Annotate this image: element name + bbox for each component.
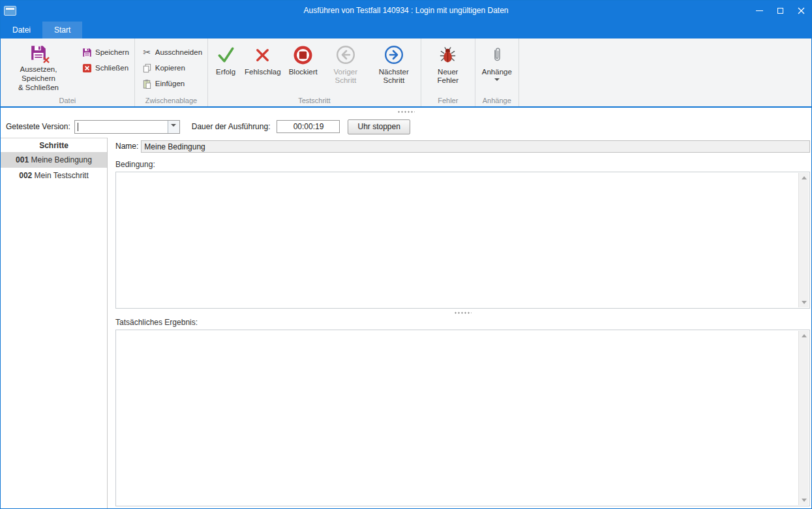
einfuegen-label: Einfügen — [155, 80, 185, 87]
kopieren-label: Kopieren — [155, 64, 185, 72]
group-label-zwischenablage: Zwischenablage — [138, 96, 205, 106]
voriger-schritt-button[interactable]: Voriger Schritt — [322, 40, 370, 85]
duration-label: Dauer der Ausführung: — [192, 122, 271, 131]
fehlschlag-button[interactable]: Fehlschlag — [241, 40, 285, 76]
step-label: Meine Bedingung — [31, 155, 91, 164]
tab-datei[interactable]: Datei — [1, 22, 42, 39]
blockiert-button[interactable]: Blockiert — [285, 40, 322, 76]
suspend-save-close-button[interactable]: Aussetzen, Speichern & Schließen — [3, 40, 74, 92]
stop-icon — [293, 43, 313, 67]
voriger-schritt-label: Voriger Schritt — [325, 68, 366, 85]
scroll-down-icon[interactable] — [802, 301, 807, 307]
ribbon-group-anhaenge: Anhänge Anhänge — [475, 39, 519, 106]
ribbon-group-datei: Aussetzen, Speichern & Schließen — [1, 39, 135, 106]
name-field[interactable]: Meine Bedingung — [141, 140, 810, 153]
content-area: Schritte 001 Meine Bedingung 002 Mein Te… — [1, 138, 811, 508]
ausschneiden-button[interactable]: ✂ Ausschneiden — [139, 44, 205, 60]
group-label-testschritt: Testschritt — [211, 96, 418, 106]
ribbon-group-zwischenablage: ✂ Ausschneiden Kopieren — [135, 39, 208, 106]
step-detail-panel: Name: Meine Bedingung Bedingung: Tatsäch… — [108, 138, 811, 508]
close-icon — [798, 7, 805, 14]
group-label-fehler: Fehler — [424, 96, 472, 106]
version-combobox[interactable] — [74, 120, 180, 134]
bug-icon — [439, 43, 457, 67]
schliessen-button[interactable]: Schließen — [79, 60, 132, 76]
stop-clock-button[interactable]: Uhr stoppen — [348, 119, 410, 134]
chevron-down-icon — [171, 124, 176, 129]
scissors-icon: ✂ — [142, 48, 153, 57]
speichern-button[interactable]: Speichern — [79, 44, 132, 60]
ribbon-group-fehler: Neuer Fehler Fehler — [421, 39, 475, 106]
execution-toolbar: Getestete Version: Dauer der Ausführung:… — [1, 116, 811, 138]
prev-arrow-icon — [336, 43, 355, 67]
maximize-icon — [777, 8, 783, 14]
kopieren-button[interactable]: Kopieren — [139, 60, 205, 76]
close-box-icon — [82, 63, 93, 73]
duration-input[interactable] — [277, 120, 340, 133]
ergebnis-scrollbar[interactable] — [798, 331, 809, 505]
red-x-badge-icon — [42, 56, 50, 64]
group-label-anhaenge: Anhänge — [478, 96, 516, 106]
ribbon-tab-bar: Datei Start — [1, 20, 811, 39]
speichern-label: Speichern — [95, 48, 129, 56]
app-icon[interactable] — [4, 6, 16, 16]
paperclip-icon — [491, 43, 503, 67]
minimize-icon — [756, 10, 763, 11]
neuer-fehler-label: Neuer Fehler — [428, 68, 468, 85]
steps-sidebar: Schritte 001 Meine Bedingung 002 Mein Te… — [1, 138, 108, 508]
chevron-down-icon — [494, 78, 500, 84]
next-arrow-icon — [384, 43, 404, 67]
neuer-fehler-button[interactable]: Neuer Fehler — [424, 40, 472, 85]
fehlschlag-label: Fehlschlag — [245, 68, 281, 76]
ribbon-collapse-handle[interactable] — [1, 108, 811, 116]
step-item-001[interactable]: 001 Meine Bedingung — [1, 152, 107, 168]
version-label: Getestete Version: — [6, 122, 70, 131]
tab-start[interactable]: Start — [42, 22, 82, 39]
drag-dots-icon — [397, 111, 415, 113]
check-icon — [216, 43, 235, 67]
schliessen-label: Schließen — [95, 64, 128, 72]
save-close-icon — [30, 43, 47, 63]
panel-splitter[interactable] — [115, 309, 810, 316]
ergebnis-textarea[interactable] — [115, 330, 810, 506]
app-window: Ausführen von Testfall 140934 : Login mi… — [0, 0, 812, 509]
name-label: Name: — [115, 142, 138, 151]
step-item-002[interactable]: 002 Mein Testschritt — [1, 168, 107, 183]
scroll-up-icon[interactable] — [802, 332, 807, 337]
bedingung-scrollbar[interactable] — [798, 173, 809, 307]
ribbon-group-testschritt: Erfolg Fehlschlag — [208, 39, 421, 106]
paste-icon — [142, 79, 153, 89]
datei-small-buttons: Speichern Schließen — [79, 44, 132, 76]
bedingung-textarea[interactable] — [115, 172, 810, 309]
erfolg-button[interactable]: Erfolg — [211, 40, 241, 76]
ergebnis-label: Tatsächliches Ergebnis: — [115, 318, 810, 327]
close-button[interactable] — [790, 1, 811, 20]
erfolg-label: Erfolg — [216, 68, 235, 76]
anhaenge-label: Anhänge — [482, 68, 512, 76]
titlebar: Ausführen von Testfall 140934 : Login mi… — [1, 1, 811, 20]
blockiert-label: Blockiert — [289, 68, 318, 76]
minimize-button[interactable] — [749, 1, 770, 20]
einfuegen-button[interactable]: Einfügen — [139, 76, 205, 91]
scroll-down-icon[interactable] — [802, 499, 807, 504]
step-number: 001 — [16, 155, 29, 164]
save-icon — [82, 48, 93, 57]
window-controls — [749, 1, 811, 20]
ausschneiden-label: Ausschneiden — [155, 48, 202, 56]
window-title: Ausführen von Testfall 140934 : Login mi… — [1, 6, 811, 15]
combo-dropdown-button[interactable] — [168, 121, 179, 133]
maximize-button[interactable] — [770, 1, 790, 20]
naechster-schritt-label: Nächster Schritt — [374, 68, 414, 85]
anhaenge-button[interactable]: Anhänge — [478, 40, 516, 84]
step-label: Mein Testschritt — [35, 171, 89, 180]
scroll-up-icon[interactable] — [802, 174, 807, 179]
naechster-schritt-button[interactable]: Nächster Schritt — [370, 40, 418, 85]
suspend-save-close-label: Aussetzen, Speichern & Schließen — [6, 65, 71, 92]
text-cursor — [78, 123, 78, 131]
cross-icon — [254, 43, 271, 67]
bedingung-label: Bedingung: — [115, 160, 810, 169]
copy-icon — [142, 63, 153, 73]
step-number: 002 — [19, 171, 32, 180]
drag-dots-icon — [454, 312, 472, 314]
ribbon: Aussetzen, Speichern & Schließen — [1, 39, 811, 108]
